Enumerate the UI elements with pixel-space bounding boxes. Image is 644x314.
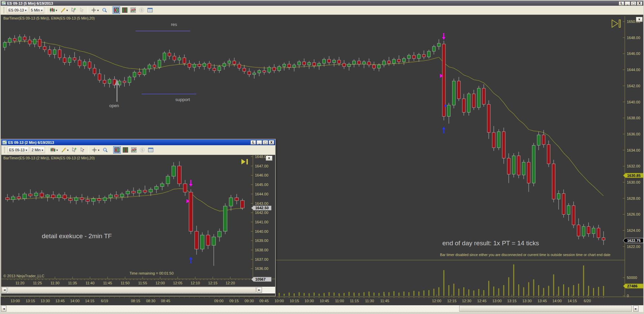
drawing-tool[interactable]: ▼ <box>59 6 69 14</box>
candle <box>80 198 84 200</box>
volume-bar <box>583 265 584 296</box>
volume-bar <box>324 293 325 296</box>
scrollbar-thumb[interactable] <box>8 287 256 293</box>
volume-bar <box>548 286 549 296</box>
candle <box>278 67 281 71</box>
candle <box>213 68 216 70</box>
detail-window-titlebar[interactable]: ES 09-13 (2 Min) 6/19/2013 L_□X <box>1 139 275 145</box>
interval-dropdown-value: 5 Min <box>31 8 40 12</box>
time-tick-label: 11:55 <box>138 281 147 285</box>
candle <box>115 195 118 197</box>
candle <box>412 55 415 59</box>
volume-bar <box>369 291 370 296</box>
zoom-out-tool[interactable]: - <box>78 6 86 14</box>
candle <box>172 166 176 176</box>
candle <box>52 195 55 198</box>
chart-style-tool[interactable]: ▼ <box>49 6 58 14</box>
close-button[interactable]: X <box>637 1 642 5</box>
candle <box>3 42 6 47</box>
price-axis-scroll-button[interactable]: ▼ <box>266 156 272 161</box>
line-mode-button[interactable] <box>130 146 138 154</box>
price-tick-label: 1640.00 <box>627 100 640 104</box>
volume-bar <box>289 292 290 296</box>
link-button[interactable]: L <box>619 1 624 5</box>
volume-bar <box>458 289 459 296</box>
dollar-button[interactable]: $ <box>138 6 145 14</box>
toolbar-grip[interactable] <box>3 7 4 13</box>
short-entry-arrow <box>191 180 192 184</box>
crosshair-tool[interactable]: ▼ <box>90 6 100 14</box>
line-mode-button[interactable] <box>129 6 137 14</box>
candle <box>75 198 78 200</box>
volume-bar <box>568 287 569 296</box>
volume-bar <box>478 289 479 296</box>
interval-dropdown[interactable]: 2 Min▼ <box>30 147 45 153</box>
dollar-button[interactable]: $ <box>139 146 146 154</box>
bar-mode-button[interactable] <box>122 146 129 154</box>
candle <box>223 63 226 67</box>
data-grid-button[interactable] <box>146 6 154 14</box>
maximize-button[interactable]: □ <box>631 1 636 5</box>
drawing-tool[interactable]: ▼ <box>60 146 70 154</box>
data-grid-button[interactable] <box>147 146 154 154</box>
price-tick-label: 1638.00 <box>255 248 268 252</box>
link-button[interactable]: L <box>251 140 256 145</box>
zoom-window-tool[interactable] <box>101 6 108 14</box>
zoom-window-tool[interactable] <box>101 146 109 154</box>
main-window-titlebar[interactable]: ES 09-13 (5 Min) 6/19/2013 L_□X <box>1 1 643 6</box>
zoom-out-tool[interactable]: - <box>79 146 86 154</box>
candle <box>407 55 410 59</box>
candle <box>166 176 170 184</box>
candle <box>477 88 480 107</box>
price-tick-label: 1632.00 <box>627 164 640 168</box>
candles-icon <box>50 7 55 13</box>
candle <box>582 226 585 236</box>
zoom-in-tool[interactable]: + <box>70 146 78 154</box>
candle <box>362 62 365 64</box>
crosshair-tool[interactable]: ▼ <box>91 146 100 154</box>
candle-mode-button[interactable] <box>113 6 120 14</box>
candle <box>13 38 16 41</box>
chart-style-tool[interactable]: ▼ <box>49 146 59 154</box>
price-tick-label: 1639.00 <box>255 239 268 243</box>
minimize-button[interactable]: _ <box>625 1 630 5</box>
volume-bar <box>603 286 604 296</box>
linemode-icon <box>131 147 137 153</box>
price-tick-label: 1647.00 <box>255 164 268 168</box>
time-tick-label: 12:30 <box>462 299 471 303</box>
minimize-button[interactable]: _ <box>257 140 262 145</box>
detail-execution-annotation: detail exekuce - 2min TF <box>42 232 112 240</box>
candle <box>69 199 72 201</box>
candle <box>368 62 371 65</box>
volume-bar <box>374 292 375 296</box>
volume-bar <box>354 292 355 296</box>
candle <box>58 50 61 58</box>
bar-mode-button[interactable] <box>121 6 128 14</box>
toolbar-grip[interactable] <box>4 147 5 153</box>
time-tick-label: 13:00 <box>492 299 502 303</box>
scroll-right-button[interactable]: ► <box>257 287 262 293</box>
candle <box>233 61 236 64</box>
candle <box>93 68 96 74</box>
price-axis-scroll-button[interactable]: ▼ <box>636 17 643 22</box>
instrument-dropdown[interactable]: ES 09-13▼ <box>7 7 28 13</box>
maximize-button[interactable]: □ <box>263 140 268 145</box>
candle <box>288 64 291 67</box>
magnifier-icon <box>103 147 108 153</box>
candle-mode-button[interactable] <box>113 146 121 154</box>
instrument-dropdown[interactable]: ES 09-13▼ <box>7 147 29 153</box>
scroll-left-button[interactable]: ◄ <box>1 306 6 312</box>
candle <box>193 64 196 67</box>
scrollbar-thumb[interactable] <box>459 306 632 312</box>
close-button[interactable]: X <box>269 140 274 145</box>
chevron-down-icon: ▼ <box>56 149 58 151</box>
scroll-left-button[interactable]: ◄ <box>2 287 7 293</box>
volume-bar <box>404 291 405 296</box>
zoom-in-tool[interactable]: + <box>70 6 77 14</box>
resistance-annotation: res <box>171 22 177 27</box>
price-tick-label: 1638.00 <box>627 116 640 120</box>
interval-dropdown[interactable]: 5 Min▼ <box>29 7 45 13</box>
candle <box>23 194 27 199</box>
scroll-right-button[interactable]: ► <box>633 306 639 312</box>
volume-bar <box>314 292 315 296</box>
